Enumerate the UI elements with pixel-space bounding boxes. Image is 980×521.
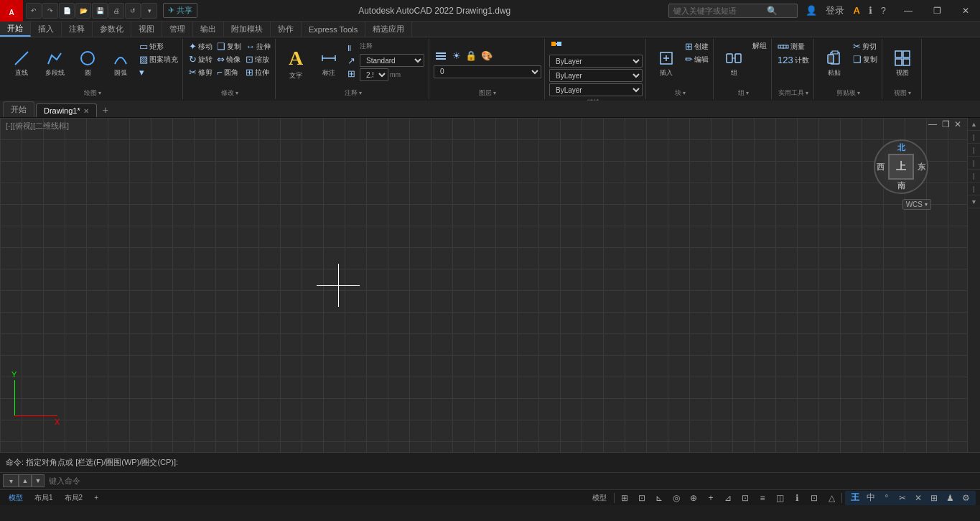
fillet-button[interactable]: ⌐ 圆角 — [215, 66, 243, 78]
view-expand-icon[interactable]: ▾ — [908, 90, 911, 96]
command-up-button[interactable]: ▲ — [19, 474, 32, 487]
scissors-icon[interactable]: ✂ — [895, 492, 910, 504]
block-expand-icon[interactable]: ▾ — [683, 90, 686, 96]
command-down-button[interactable]: ▼ — [32, 474, 45, 487]
lineweight-select[interactable]: ByLayer — [549, 83, 643, 96]
layout1-button[interactable]: 布局1 — [30, 492, 57, 504]
cut-button[interactable]: ✂剪切 — [851, 40, 879, 52]
draw-group-label[interactable]: 绘图 ▾ — [84, 88, 101, 98]
layer-color-button[interactable]: 🎨 — [480, 50, 494, 62]
measure-button[interactable]: 测量 — [776, 40, 811, 53]
clipboard-group-label[interactable]: 剪贴板 ▾ — [836, 88, 860, 98]
groups-group-label[interactable]: 组 ▾ — [738, 88, 749, 98]
qa-btn-2[interactable]: ↷ — [42, 3, 58, 19]
modify-expand-icon[interactable]: ▾ — [235, 90, 238, 96]
color-select[interactable]: ByLayer — [549, 55, 643, 68]
properties-expand-icon[interactable]: ▾ — [602, 99, 605, 101]
copy-button[interactable]: ❑ 复制 — [215, 40, 243, 52]
status-model-label[interactable]: 模型 — [588, 492, 611, 504]
canvas-close-button[interactable]: ✕ — [954, 119, 961, 129]
layout2-button[interactable]: 布局2 — [60, 492, 88, 504]
dimension-button[interactable]: 标注 — [313, 40, 345, 86]
ungroup-button[interactable]: 解组 — [751, 40, 768, 52]
layer-lock-button[interactable]: 🔒 — [464, 50, 478, 62]
lineweight-toggle[interactable]: ≡ — [755, 492, 770, 504]
canvas-restore-button[interactable]: ❐ — [942, 119, 950, 129]
anno-scale-toggle[interactable]: △ — [824, 492, 839, 504]
tab-drawing1-close[interactable]: ✕ — [83, 107, 89, 115]
array-button[interactable]: ⊞ 拉伸 — [244, 66, 272, 78]
anno-style-select[interactable]: Standard — [360, 54, 424, 67]
handle-btn-7[interactable]: ▼ — [968, 195, 981, 208]
handle-btn-2[interactable]: | — [968, 131, 981, 144]
draw-more[interactable]: ▾ — [138, 66, 179, 78]
ortho-toggle[interactable]: ⊾ — [652, 492, 666, 504]
command-menu-button[interactable]: ▾ — [3, 474, 19, 487]
user-icon[interactable]: 👤 — [803, 5, 819, 16]
transparency-toggle[interactable]: ◫ — [773, 492, 787, 504]
annotation-expand-icon[interactable]: ▾ — [359, 90, 362, 96]
handle-btn-1[interactable]: ▲ — [968, 118, 981, 131]
help-icon[interactable]: ? — [879, 5, 888, 16]
trim-button[interactable]: ✂ 修剪 — [187, 66, 214, 78]
groups-expand-icon[interactable]: ▾ — [746, 90, 749, 96]
command-input[interactable] — [45, 475, 977, 487]
tab-manage[interactable]: 管理 — [162, 22, 193, 37]
rotate-button[interactable]: ↻ 旋转 — [187, 53, 214, 65]
wang-icon[interactable]: 王 — [848, 492, 862, 504]
arc-button[interactable]: 圆弧 — [105, 40, 136, 86]
annotation-group-label[interactable]: 注释 ▾ — [345, 88, 362, 98]
move-button[interactable]: ✦ 移动 — [187, 40, 214, 52]
new-tab-button[interactable]: + — [98, 103, 113, 117]
cross-icon[interactable]: ✕ — [911, 492, 925, 504]
tab-featured[interactable]: 精选应用 — [365, 22, 412, 37]
hatch-button[interactable]: ▨ 图案填充 — [138, 53, 179, 65]
osnap-toggle[interactable]: ⊕ — [686, 492, 701, 504]
search-box[interactable]: 🔍 — [668, 4, 798, 18]
layer-select[interactable]: 0 — [434, 65, 541, 78]
add-layout-button[interactable]: + — [90, 493, 103, 502]
login-btn[interactable]: 登录 — [823, 4, 846, 17]
selection-toggle[interactable]: ⊡ — [807, 492, 821, 504]
mirror-button[interactable]: ⇔ 镜像 — [215, 53, 243, 65]
text-button[interactable]: A 文字 — [280, 40, 312, 86]
edit-block-button[interactable]: ✏编辑 — [683, 53, 710, 65]
tab-annotate[interactable]: 注释 — [62, 22, 93, 37]
grid2-icon[interactable]: ⊞ — [927, 492, 941, 504]
properties-group-label[interactable]: 特性 ▾ — [587, 98, 605, 101]
utilities-expand-icon[interactable]: ▾ — [806, 90, 808, 96]
canvas-minimize-button[interactable]: — — [928, 119, 937, 129]
scale-button[interactable]: ⊡ 缩放 — [244, 53, 272, 65]
tab-express[interactable]: Express Tools — [302, 22, 365, 37]
close-button[interactable]: ✕ — [951, 0, 980, 22]
ducs-toggle[interactable]: ⊿ — [721, 492, 735, 504]
tab-view[interactable]: 视图 — [131, 22, 162, 37]
layer-group-label[interactable]: 图层 ▾ — [479, 88, 496, 98]
tab-drawing1[interactable]: Drawing1* ✕ — [36, 103, 97, 117]
table-button[interactable]: ⊞ — [346, 68, 357, 80]
autodesk-icon[interactable]: A — [851, 5, 862, 16]
handle-btn-4[interactable]: | — [968, 157, 981, 170]
tab-start[interactable]: 开始 — [3, 101, 34, 117]
search-input[interactable] — [673, 6, 767, 15]
leader-button[interactable]: ↗ — [346, 55, 357, 67]
clipboard-expand-icon[interactable]: ▾ — [857, 90, 860, 96]
grid-toggle[interactable]: ⊞ — [617, 492, 632, 504]
minimize-button[interactable]: — — [894, 0, 923, 22]
utilities-group-label[interactable]: 实用工具 ▾ — [778, 88, 808, 98]
create-block-button[interactable]: ⊞创建 — [683, 40, 710, 52]
linetype-select[interactable]: ByLayer — [549, 69, 643, 82]
qprops-toggle[interactable]: ℹ — [790, 492, 804, 504]
tab-collaborate[interactable]: 协作 — [271, 22, 302, 37]
mtext-button[interactable]: Ⅱ — [346, 43, 357, 54]
polyline-button[interactable]: 多段线 — [39, 40, 70, 86]
tab-parametric[interactable]: 参数化 — [93, 22, 131, 37]
draw-expand-icon[interactable]: ▾ — [98, 90, 101, 96]
layer-expand-icon[interactable]: ▾ — [493, 90, 496, 96]
copy-clip-button[interactable]: ❑复制 — [851, 53, 879, 65]
qa-btn-save[interactable]: 💾 — [92, 3, 108, 19]
qa-btn-more[interactable]: ▾ — [141, 3, 157, 19]
qa-btn-print[interactable]: 🖨 — [108, 3, 124, 19]
rectangle-button[interactable]: ▭ 矩形 — [138, 40, 179, 52]
group-button[interactable]: 组 — [718, 40, 750, 86]
